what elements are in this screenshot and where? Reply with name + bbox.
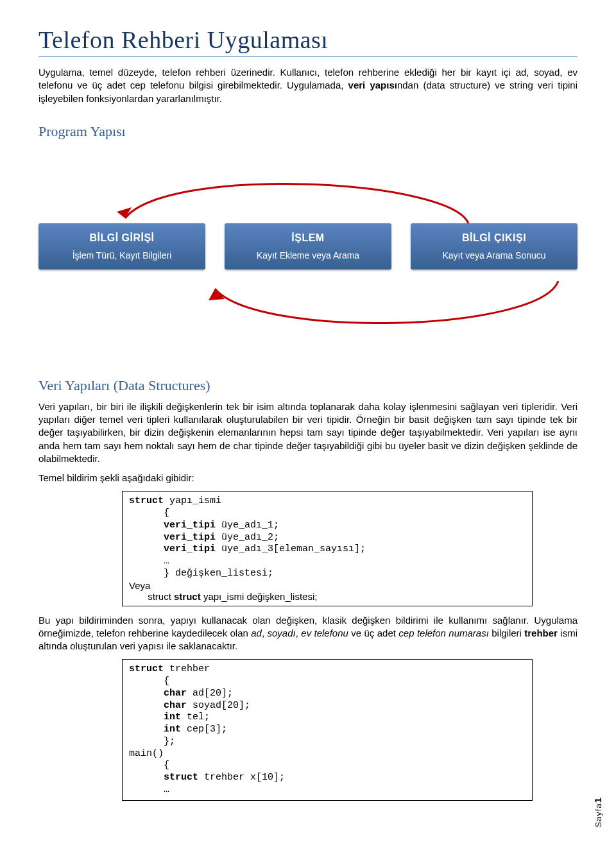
c2-l9: {	[129, 760, 526, 772]
intro-bold: veri yapısı	[348, 80, 397, 90]
c2-l6a: int	[129, 724, 187, 735]
c2-l11: …	[129, 784, 526, 796]
c1-l6: …	[129, 556, 526, 568]
c2-l10b: trehber x[10];	[204, 772, 285, 783]
box-bilgi-girisi: BİLGİ GİRİŞİ İşlem Türü, Kayıt Bilgileri	[38, 223, 205, 270]
c1-alt-pre: struct	[129, 591, 174, 602]
code-struct-trehber: struct trehber { char ad[20]; char soyad…	[122, 659, 533, 800]
c1-alt-struct: struct	[174, 591, 201, 602]
box-bilgi-cikisi: BİLGİ ÇIKIŞI Kayıt veya Arama Sonucu	[411, 223, 578, 270]
c2-l7: };	[129, 736, 526, 748]
c2-l10a: struct	[129, 772, 204, 783]
intro-paragraph: Uygulama, temel düzeyde, telefon rehberi…	[38, 66, 578, 105]
box2-title: İŞLEM	[231, 232, 385, 244]
c2-l3a: char	[129, 688, 193, 699]
temel-bildirim-label: Temel bildirim şekli aşağıdaki gibidir:	[38, 472, 578, 484]
box3-title: BİLGİ ÇIKIŞI	[417, 232, 571, 244]
c2-l6b: cep[3];	[187, 724, 227, 735]
c1-l7: } değişken_listesi;	[129, 568, 526, 580]
page-label: Sayfa	[594, 803, 603, 828]
vy-paragraph: Veri yapıları, bir biri ile ilişkili değ…	[38, 400, 578, 465]
c1-l5b: üye_adı_3[eleman_sayısı];	[221, 543, 366, 554]
c2-l4b: soyad[20];	[193, 700, 250, 711]
c1-alt-tail: yapı_ismi değişken_listesi;	[203, 591, 318, 602]
box3-sub: Kayıt veya Arama Sonucu	[417, 250, 571, 261]
em-ceptel: cep telefon numarası	[398, 628, 489, 638]
arrow-output-to-islem	[205, 281, 571, 339]
c2-l3b: ad[20];	[193, 688, 233, 699]
bold-trehber: trehber	[524, 628, 558, 638]
after1-m1: ,	[262, 628, 268, 638]
c1-veya: Veya	[129, 580, 526, 591]
c1-l3a: veri_tipi	[129, 520, 221, 531]
title-rule	[38, 56, 578, 57]
box1-sub: İşlem Türü, Kayıt Bilgileri	[45, 250, 199, 261]
page-number: Sayfa1	[592, 797, 603, 828]
c2-l1a: struct	[129, 663, 169, 674]
diagram-row: BİLGİ GİRİŞİ İşlem Türü, Kayıt Bilgileri…	[38, 223, 578, 270]
section-veri-yapilari: Veri Yapıları (Data Structures)	[38, 377, 578, 394]
em-soyadi: soyadı	[268, 628, 296, 638]
c1-l3b: üye_adı_1;	[221, 520, 279, 531]
c1-l2: {	[129, 508, 526, 520]
arrow-output-to-input	[116, 172, 475, 223]
c1-l4b: üye_adı_2;	[221, 532, 279, 543]
code-struct-declaration: struct yapı_ismi { veri_tipi üye_adı_1; …	[122, 491, 533, 606]
c1-yapi-ismi: yapı_ismi	[169, 495, 221, 506]
after-code1-paragraph: Bu yapı bildiriminden sonra, yapıyı kull…	[38, 614, 578, 653]
em-evtel: ev telefonu	[301, 628, 348, 638]
box2-sub: Kayıt Ekleme veya Arama	[231, 250, 385, 261]
c2-l4a: char	[129, 700, 193, 711]
c2-l1b: trehber	[169, 663, 210, 674]
after1-m1b: ,	[296, 628, 302, 638]
c1-l4a: veri_tipi	[129, 532, 221, 543]
box1-title: BİLGİ GİRİŞİ	[45, 232, 199, 244]
box-islem: İŞLEM Kayıt Ekleme veya Arama	[225, 223, 391, 270]
program-flow-diagram: BİLGİ GİRİŞİ İşlem Türü, Kayıt Bilgileri…	[38, 166, 578, 352]
c2-l8: main()	[129, 748, 526, 760]
after1-m2: ve üç adet	[348, 628, 398, 638]
section-program-yapisi: Program Yapısı	[38, 123, 578, 140]
page-title: Telefon Rehberi Uygulaması	[38, 26, 578, 54]
c2-l5b: tel;	[187, 712, 210, 723]
page-num: 1	[592, 797, 603, 803]
after1-m3: bilgileri	[489, 628, 524, 638]
c1-l5a: veri_tipi	[129, 543, 221, 554]
kw-struct: struct	[129, 495, 164, 506]
em-ad: ad	[251, 628, 262, 638]
c2-l2: {	[129, 676, 526, 688]
c2-l5a: int	[129, 712, 187, 723]
